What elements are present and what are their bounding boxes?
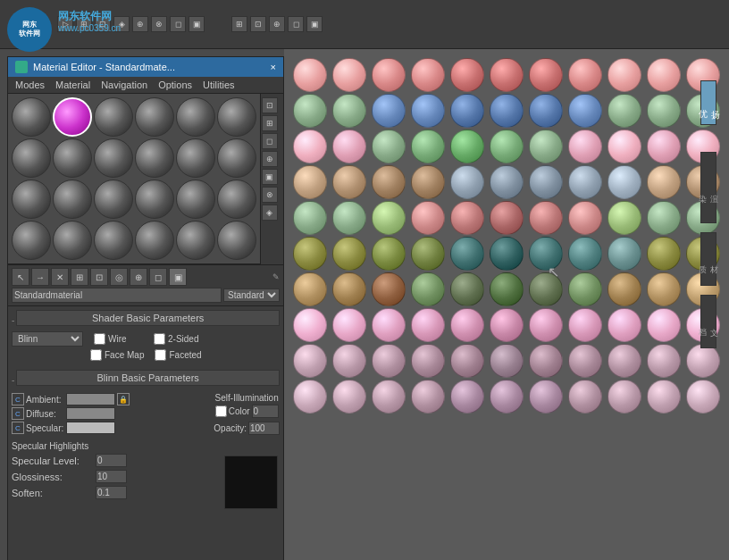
ball-0-6[interactable] xyxy=(529,58,563,92)
ball-6-0[interactable] xyxy=(293,272,327,306)
ball-1-6[interactable] xyxy=(529,94,563,128)
toolbar-make-unique[interactable]: ◎ xyxy=(110,268,128,286)
ball-0-5[interactable] xyxy=(490,58,524,92)
sphere-3-4[interactable] xyxy=(135,180,174,219)
toolbar-show-3d[interactable]: ▣ xyxy=(169,268,187,286)
ball-5-7[interactable] xyxy=(568,237,602,271)
ball-8-1[interactable] xyxy=(332,344,366,378)
file-side-tab[interactable]: 文档 xyxy=(700,295,716,348)
ball-0-7[interactable] xyxy=(568,58,602,92)
ball-8-5[interactable] xyxy=(490,344,524,378)
ball-8-9[interactable] xyxy=(647,344,681,378)
ball-3-7[interactable] xyxy=(568,165,602,199)
side-tool-2[interactable]: ⊞ xyxy=(262,115,278,131)
side-tool-5[interactable]: ▣ xyxy=(262,169,278,185)
toolbar-icon-9[interactable]: ⊞ xyxy=(231,16,247,32)
ambient-lock-icon[interactable]: 🔒 xyxy=(117,393,130,405)
material-side-tab2[interactable]: 材质 xyxy=(700,232,716,286)
ambient-swatch[interactable] xyxy=(66,393,115,405)
ball-5-3[interactable] xyxy=(411,237,445,271)
soften-input[interactable] xyxy=(96,486,127,499)
sphere-4-4[interactable] xyxy=(135,221,174,260)
ball-1-3[interactable] xyxy=(411,94,445,128)
shader-type-select[interactable]: Blinn xyxy=(12,331,83,347)
ball-1-2[interactable] xyxy=(372,94,406,128)
sphere-4-3[interactable] xyxy=(94,221,133,260)
ball-9-3[interactable] xyxy=(411,380,445,414)
ball-7-4[interactable] xyxy=(450,308,484,342)
ball-3-1[interactable] xyxy=(332,165,366,199)
toolbar-assign-material[interactable]: → xyxy=(31,268,49,286)
ball-3-6[interactable] xyxy=(529,165,563,199)
menu-material[interactable]: Material xyxy=(54,79,92,91)
ball-4-5[interactable] xyxy=(490,201,524,235)
ball-1-5[interactable] xyxy=(490,94,524,128)
right-side-tab[interactable]: 扬优 xyxy=(700,80,716,125)
ball-8-7[interactable] xyxy=(568,344,602,378)
sphere-4-5[interactable] xyxy=(176,221,215,260)
material-name-input[interactable] xyxy=(12,288,222,303)
sphere-1-3[interactable] xyxy=(94,97,133,137)
ball-2-0[interactable] xyxy=(293,130,327,163)
toolbar-put-to-lib[interactable]: ⊕ xyxy=(130,268,147,286)
ball-9-10[interactable] xyxy=(686,380,720,414)
sphere-2-5[interactable] xyxy=(176,138,215,178)
ball-7-1[interactable] xyxy=(332,308,366,342)
ball-3-9[interactable] xyxy=(647,165,681,199)
ball-2-2[interactable] xyxy=(372,130,406,163)
ball-8-2[interactable] xyxy=(372,344,406,378)
sphere-1-4[interactable] xyxy=(135,97,174,137)
ball-7-5[interactable] xyxy=(490,308,524,342)
ball-0-2[interactable] xyxy=(372,58,406,92)
faceted-checkbox[interactable] xyxy=(155,349,166,361)
opacity-value[interactable] xyxy=(248,422,280,435)
ball-0-4[interactable] xyxy=(450,58,484,92)
ball-1-4[interactable] xyxy=(450,94,484,128)
ball-8-4[interactable] xyxy=(450,344,484,378)
ball-5-8[interactable] xyxy=(608,237,641,271)
diffuse-map-btn[interactable]: C xyxy=(12,407,24,420)
sphere-3-3[interactable] xyxy=(94,180,133,219)
ball-2-8[interactable] xyxy=(608,130,641,163)
menu-modes[interactable]: Modes xyxy=(13,79,46,91)
sphere-3-1[interactable] xyxy=(12,180,51,219)
sphere-3-6[interactable] xyxy=(217,180,256,219)
ball-0-3[interactable] xyxy=(411,58,445,92)
ball-4-1[interactable] xyxy=(332,201,366,235)
ball-9-6[interactable] xyxy=(529,380,563,414)
ball-1-0[interactable] xyxy=(293,94,327,128)
ball-9-7[interactable] xyxy=(568,380,602,414)
ball-4-8[interactable] xyxy=(608,201,641,235)
ball-3-3[interactable] xyxy=(411,165,445,199)
sphere-1-2[interactable] xyxy=(53,97,92,137)
ball-2-3[interactable] xyxy=(411,130,445,163)
close-icon[interactable]: × xyxy=(271,62,276,72)
ball-9-0[interactable] xyxy=(293,380,327,414)
ball-5-0[interactable] xyxy=(293,237,327,271)
ball-9-2[interactable] xyxy=(372,380,406,414)
specular-map-btn[interactable]: C xyxy=(12,422,24,434)
ball-3-8[interactable] xyxy=(608,165,641,199)
toolbar-get-material[interactable]: ↖ xyxy=(12,268,29,286)
material-side-tab[interactable]: 渲染 xyxy=(700,152,716,223)
ball-5-2[interactable] xyxy=(372,237,406,271)
ball-1-1[interactable] xyxy=(332,94,366,128)
ball-8-8[interactable] xyxy=(608,344,641,378)
ball-8-0[interactable] xyxy=(293,344,327,378)
ball-7-0[interactable] xyxy=(293,308,327,342)
ball-0-9[interactable] xyxy=(647,58,681,92)
side-tool-1[interactable]: ⊡ xyxy=(262,97,278,113)
ball-1-9[interactable] xyxy=(647,94,681,128)
diffuse-swatch[interactable] xyxy=(66,407,115,420)
ball-9-5[interactable] xyxy=(490,380,524,414)
ball-3-2[interactable] xyxy=(372,165,406,199)
toolbar-icon-8[interactable]: ▣ xyxy=(189,16,205,32)
sphere-2-1[interactable] xyxy=(12,138,51,178)
ball-2-4[interactable] xyxy=(450,130,484,163)
toolbar-icon-11[interactable]: ⊕ xyxy=(269,16,285,32)
ball-3-4[interactable] xyxy=(450,165,484,199)
side-tool-7[interactable]: ◈ xyxy=(262,205,278,221)
ball-6-1[interactable] xyxy=(332,272,366,306)
toolbar-reset[interactable]: ✕ xyxy=(51,268,69,286)
sphere-1-1[interactable] xyxy=(12,97,51,137)
